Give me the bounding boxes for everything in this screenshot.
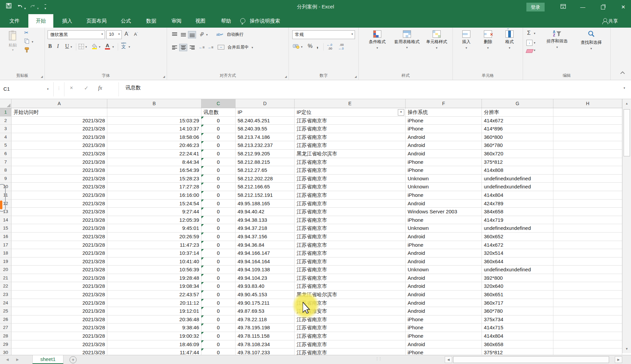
fill-color-icon[interactable] [91,43,98,51]
cell-F7[interactable]: iPhone [406,158,482,166]
cell-G1[interactable]: 分辨率 [482,108,553,116]
cell-F4[interactable]: Android [406,133,482,141]
number-dialog-launcher-icon[interactable]: ◢ [355,75,357,78]
decrease-font-icon[interactable]: Aˇ [134,32,138,37]
cell-E27[interactable]: 江苏省南京市 [295,324,406,332]
row-header-6[interactable]: 6 [0,150,11,158]
cell-B18[interactable]: 10:37:14 [107,249,201,257]
cell-D13[interactable]: 49.94.40.42 [236,208,295,216]
cell-F2[interactable]: iPhone [406,117,482,125]
underline-dropdown-icon[interactable]: ▾ [71,45,72,49]
cell-D24[interactable]: 49.90.175.211 [236,299,295,307]
row-header-15[interactable]: 15 [0,224,11,232]
cell-H5[interactable] [553,141,622,149]
filter-dropdown-e1[interactable]: ▼ [398,109,404,116]
sheet-nav-next-icon[interactable]: ▶ [16,355,19,364]
cell-B21[interactable]: 19:28:48 [107,274,201,282]
cell-G10[interactable]: undefinedxundefined [482,183,553,191]
cell-B10[interactable]: 17:27:28 [107,183,201,191]
increase-indent-icon[interactable]: →≡ [208,45,213,49]
cell-A23[interactable]: 2021/3/28 [11,291,107,299]
cell-C2[interactable]: 0 [201,117,236,125]
cell-D25[interactable]: 49.87.69.53 [236,307,295,315]
phonetic-dropdown-icon[interactable]: ▾ [129,45,130,49]
scroll-up-icon[interactable]: ▲ [623,99,631,108]
cell-A24[interactable]: 2021/3/28 [11,299,107,307]
cell-E19[interactable]: 江苏省南京市 [295,257,406,266]
cell-B9[interactable]: 15:28:23 [107,175,201,183]
cell-D10[interactable]: 58.212.166.65 [236,183,295,191]
cell-E11[interactable]: 江苏省南京市 [295,191,406,199]
cell-A10[interactable]: 2021/3/28 [11,183,107,191]
cell-C25[interactable]: 0 [201,307,236,315]
cell-D15[interactable]: 49.94.37.218 [236,224,295,232]
cut-icon[interactable]: ✂ [24,30,29,36]
paste-button[interactable]: 粘贴 ▾ [5,30,21,52]
align-bottom-icon[interactable] [188,31,196,38]
cell-E8[interactable]: 江苏省南京市 [295,166,406,174]
row-header-28[interactable]: 28 [0,332,11,340]
orientation-dropdown-icon[interactable]: ▾ [206,33,208,36]
cell-D19[interactable]: 49.94.164.164 [236,257,295,266]
row-header-3[interactable]: 3 [0,125,11,133]
tab-data[interactable]: 数据 [141,14,161,28]
row-header-2[interactable]: 2 [0,117,11,125]
decrease-decimal-icon[interactable]: .00→.0 [338,43,344,51]
cell-F24[interactable]: Android [406,299,482,307]
cell-A30[interactable]: 2021/3/28 [11,348,107,355]
increase-font-icon[interactable]: Aˆ [125,31,129,37]
login-button[interactable]: 登录 [526,3,545,11]
cell-C22[interactable]: 0 [201,282,236,290]
cell-F9[interactable]: Unknown [406,175,482,183]
cell-B8[interactable]: 16:54:39 [107,166,201,174]
ribbon-display-options-icon[interactable] [558,2,568,12]
column-header-A[interactable]: A [11,99,107,108]
cell-H6[interactable] [553,150,622,158]
cell-G6[interactable]: 360x720 [482,150,553,158]
cell-G19[interactable]: 360x644 [482,257,553,266]
cell-H21[interactable] [553,274,622,282]
cell-H17[interactable] [553,241,622,249]
cell-A1[interactable]: 开始访问时 [11,108,107,116]
accounting-dropdown-icon[interactable]: ▾ [301,45,303,49]
tab-help[interactable]: 帮助 [216,14,236,28]
cell-A19[interactable]: 2021/3/28 [11,257,107,266]
cell-D22[interactable]: 49.93.83.40 [236,282,295,290]
cell-D7[interactable]: 58.212.88.215 [236,158,295,166]
cell-H19[interactable] [553,257,622,266]
cell-E16[interactable]: 江苏省南京市 [295,233,406,241]
cell-H10[interactable] [553,183,622,191]
cell-G22[interactable]: 320x640 [482,282,553,290]
format-as-table-button[interactable]: 套用表格格式 ▾ [392,30,421,49]
cell-F25[interactable]: Android [406,307,482,315]
cell-C5[interactable]: 0 [201,141,236,149]
cell-H12[interactable] [553,200,622,208]
cell-F6[interactable]: Android [406,150,482,158]
cell-D30[interactable]: 49.78.107.233 [236,348,295,355]
cell-B17[interactable]: 11:47:23 [107,241,201,249]
merge-center-button[interactable]: ↔ 合并后居中 ▾ [218,44,253,50]
align-center-icon[interactable] [179,44,187,51]
cell-A7[interactable]: 2021/3/28 [11,158,107,166]
cell-B16[interactable]: 20:26:59 [107,233,201,241]
cell-A4[interactable]: 2021/3/28 [11,133,107,141]
number-format-select[interactable]: 常规 ▾ [292,30,355,39]
row-header-14[interactable]: 14 [0,216,11,224]
cell-A12[interactable]: 2021/3/28 [11,200,107,208]
cell-D23[interactable]: 49.90.45.153 [236,291,295,299]
cell-B24[interactable]: 20:11:12 [107,299,201,307]
cell-C3[interactable]: 0 [201,125,236,133]
cell-A9[interactable]: 2021/3/28 [11,175,107,183]
cell-B13[interactable]: 9:27:44 [107,208,201,216]
cell-G26[interactable]: 375x734 [482,315,553,324]
redo-dropdown-icon[interactable]: ▾ [37,5,39,12]
cell-E28[interactable]: 江苏省南京市 [295,332,406,340]
underline-button[interactable]: U [65,43,69,49]
cell-C11[interactable]: 0 [201,191,236,199]
cell-B25[interactable]: 19:12:01 [107,307,201,315]
fill-icon[interactable]: ↓ [526,40,532,46]
cell-A11[interactable]: 2021/3/28 [11,191,107,199]
undo-icon[interactable] [17,3,23,10]
cell-B14[interactable]: 12:05:39 [107,216,201,224]
cell-E30[interactable]: 江苏省南京市 [295,348,406,355]
